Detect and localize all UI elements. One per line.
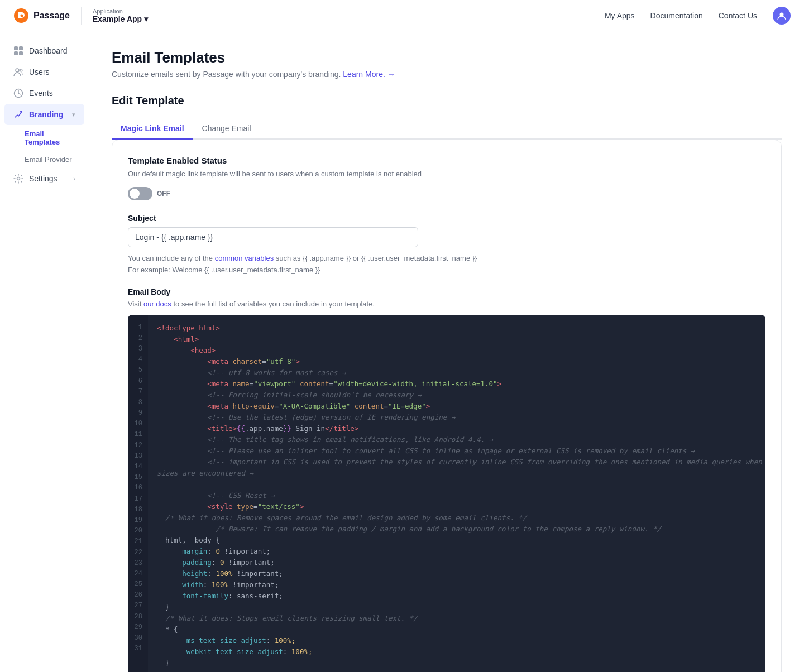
toggle-label: OFF bbox=[157, 190, 170, 198]
code-editor[interactable]: 12345 678910 1112131415 1617181920 21222… bbox=[128, 315, 765, 672]
line-numbers: 12345 678910 1112131415 1617181920 21222… bbox=[128, 315, 148, 672]
dashboard-icon bbox=[13, 46, 23, 56]
template-tabs: Magic Link Email Change Email bbox=[112, 118, 782, 140]
template-card: Template Enabled Status Our default magi… bbox=[112, 140, 782, 672]
body-desc: Visit our docs to see the full list of v… bbox=[128, 300, 765, 308]
sidebar-item-settings[interactable]: Settings › bbox=[4, 168, 84, 189]
contact-us-link[interactable]: Contact Us bbox=[719, 11, 757, 20]
sidebar-label-dashboard: Dashboard bbox=[29, 46, 68, 55]
subject-input[interactable] bbox=[128, 227, 418, 247]
svg-rect-4 bbox=[19, 46, 23, 50]
main-content: Email Templates Customize emails sent by… bbox=[89, 31, 804, 672]
chevron-down-icon: ▾ bbox=[144, 15, 148, 23]
tab-magic-link[interactable]: Magic Link Email bbox=[112, 118, 193, 140]
sidebar-sub-branding: Email Templates Email Provider bbox=[0, 125, 89, 168]
logo[interactable]: Passage bbox=[13, 8, 70, 23]
svg-point-8 bbox=[20, 69, 22, 71]
sidebar-label-users: Users bbox=[29, 68, 50, 76]
body-title: Email Body bbox=[128, 287, 765, 296]
nav-divider bbox=[81, 7, 82, 25]
layout: Dashboard Users Events Branding bbox=[0, 31, 804, 672]
status-title: Template Enabled Status bbox=[128, 156, 765, 165]
settings-icon bbox=[13, 174, 23, 184]
sidebar-item-events[interactable]: Events bbox=[4, 83, 84, 104]
toggle-wrap: OFF bbox=[128, 187, 765, 200]
page-description: Customize emails sent by Passage with yo… bbox=[112, 70, 782, 79]
my-apps-link[interactable]: My Apps bbox=[605, 11, 635, 20]
our-docs-link[interactable]: our docs bbox=[143, 300, 171, 308]
common-variables-link[interactable]: common variables bbox=[215, 254, 274, 262]
branding-icon bbox=[13, 109, 23, 119]
status-desc: Our default magic link template will be … bbox=[128, 170, 765, 178]
documentation-link[interactable]: Documentation bbox=[650, 11, 703, 20]
users-icon bbox=[13, 67, 23, 77]
subject-label: Subject bbox=[128, 214, 765, 223]
svg-point-11 bbox=[17, 177, 20, 180]
section-title: Edit Template bbox=[112, 94, 782, 107]
learn-more-link[interactable]: Learn More. → bbox=[343, 70, 395, 79]
sidebar-label-events: Events bbox=[29, 89, 53, 98]
events-icon bbox=[13, 88, 23, 98]
svg-rect-3 bbox=[14, 46, 18, 50]
sidebar-item-branding[interactable]: Branding ▾ bbox=[4, 104, 84, 125]
sidebar-item-email-provider[interactable]: Email Provider bbox=[0, 151, 89, 168]
tab-change-email[interactable]: Change Email bbox=[193, 118, 260, 140]
settings-chevron-icon: › bbox=[73, 175, 75, 182]
code-content: <!doctype html> <html> <head> <meta char… bbox=[148, 315, 765, 672]
svg-point-10 bbox=[20, 111, 22, 113]
sidebar: Dashboard Users Events Branding bbox=[0, 31, 89, 672]
field-hint: You can include any of the common variab… bbox=[128, 253, 765, 276]
svg-rect-5 bbox=[14, 51, 18, 55]
sidebar-item-dashboard[interactable]: Dashboard bbox=[4, 40, 84, 61]
toggle-knob bbox=[130, 189, 140, 199]
chevron-icon: ▾ bbox=[72, 111, 75, 118]
sidebar-label-branding: Branding bbox=[29, 110, 63, 119]
topnav-right: My Apps Documentation Contact Us bbox=[605, 7, 791, 25]
svg-point-1 bbox=[21, 14, 23, 17]
sidebar-item-users[interactable]: Users bbox=[4, 61, 84, 83]
svg-point-7 bbox=[16, 69, 19, 72]
svg-rect-6 bbox=[19, 51, 23, 55]
sidebar-label-settings: Settings bbox=[29, 174, 58, 183]
avatar[interactable] bbox=[773, 7, 791, 25]
app-selector[interactable]: Application Example App ▾ bbox=[93, 8, 148, 23]
sidebar-item-email-templates[interactable]: Email Templates bbox=[0, 125, 89, 151]
page-title: Email Templates bbox=[112, 49, 782, 66]
topnav: Passage Application Example App ▾ My App… bbox=[0, 0, 804, 31]
enabled-toggle[interactable] bbox=[128, 187, 152, 200]
